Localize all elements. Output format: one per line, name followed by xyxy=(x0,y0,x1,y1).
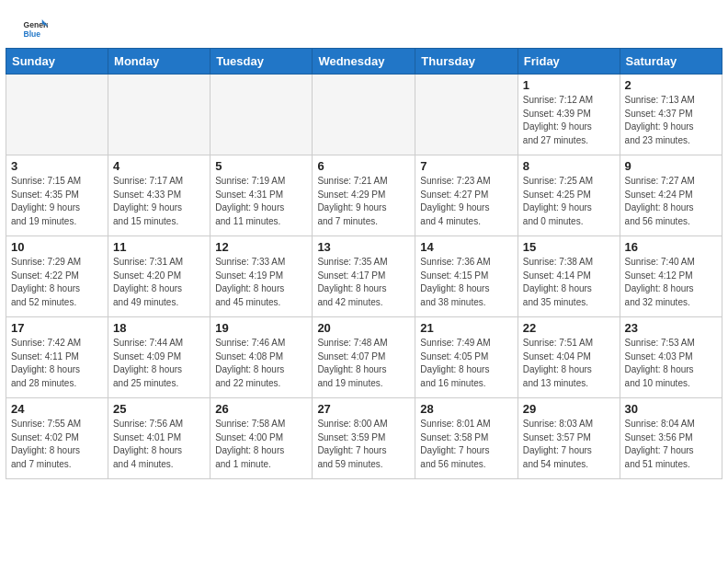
day-info: Sunrise: 7:48 AM Sunset: 4:07 PM Dayligh… xyxy=(317,337,410,390)
calendar-cell: 12Sunrise: 7:33 AM Sunset: 4:19 PM Dayli… xyxy=(210,236,313,317)
day-number: 15 xyxy=(523,240,615,254)
day-info: Sunrise: 7:55 AM Sunset: 4:02 PM Dayligh… xyxy=(11,418,103,471)
day-number: 20 xyxy=(317,321,410,335)
weekday-header-tuesday: Tuesday xyxy=(210,49,313,75)
calendar-cell: 4Sunrise: 7:17 AM Sunset: 4:33 PM Daylig… xyxy=(108,155,210,236)
day-info: Sunrise: 8:04 AM Sunset: 3:56 PM Dayligh… xyxy=(625,418,717,471)
calendar-cell: 25Sunrise: 7:56 AM Sunset: 4:01 PM Dayli… xyxy=(108,398,210,479)
calendar-cell: 20Sunrise: 7:48 AM Sunset: 4:07 PM Dayli… xyxy=(313,317,415,398)
day-info: Sunrise: 7:40 AM Sunset: 4:12 PM Dayligh… xyxy=(625,256,717,309)
day-info: Sunrise: 7:44 AM Sunset: 4:09 PM Dayligh… xyxy=(113,337,205,390)
day-number: 28 xyxy=(420,402,512,416)
calendar-cell: 3Sunrise: 7:15 AM Sunset: 4:35 PM Daylig… xyxy=(6,155,108,236)
calendar-cell: 2Sunrise: 7:13 AM Sunset: 4:37 PM Daylig… xyxy=(620,75,722,155)
day-number: 10 xyxy=(11,240,103,254)
logo-icon: General Blue xyxy=(22,17,48,42)
svg-text:Blue: Blue xyxy=(24,29,41,39)
weekday-header-thursday: Thursday xyxy=(415,49,518,75)
day-info: Sunrise: 7:51 AM Sunset: 4:04 PM Dayligh… xyxy=(523,337,615,390)
weekday-header-saturday: Saturday xyxy=(620,49,722,75)
day-info: Sunrise: 7:38 AM Sunset: 4:14 PM Dayligh… xyxy=(523,256,615,309)
day-info: Sunrise: 8:01 AM Sunset: 3:58 PM Dayligh… xyxy=(420,418,512,471)
calendar-cell: 16Sunrise: 7:40 AM Sunset: 4:12 PM Dayli… xyxy=(620,236,722,317)
calendar-cell: 24Sunrise: 7:55 AM Sunset: 4:02 PM Dayli… xyxy=(6,398,108,479)
day-number: 5 xyxy=(215,159,307,173)
calendar-table: SundayMondayTuesdayWednesdayThursdayFrid… xyxy=(6,48,722,479)
day-info: Sunrise: 7:46 AM Sunset: 4:08 PM Dayligh… xyxy=(215,337,307,390)
day-number: 25 xyxy=(113,402,205,416)
day-number: 27 xyxy=(317,402,410,416)
week-row-1: 3Sunrise: 7:15 AM Sunset: 4:35 PM Daylig… xyxy=(6,155,722,236)
day-info: Sunrise: 7:36 AM Sunset: 4:15 PM Dayligh… xyxy=(420,256,512,309)
day-number: 9 xyxy=(625,159,717,173)
logo: General Blue xyxy=(22,17,51,42)
calendar-cell: 19Sunrise: 7:46 AM Sunset: 4:08 PM Dayli… xyxy=(210,317,313,398)
calendar-cell: 6Sunrise: 7:21 AM Sunset: 4:29 PM Daylig… xyxy=(313,155,415,236)
calendar-cell: 27Sunrise: 8:00 AM Sunset: 3:59 PM Dayli… xyxy=(313,398,415,479)
calendar-cell: 23Sunrise: 7:53 AM Sunset: 4:03 PM Dayli… xyxy=(620,317,722,398)
calendar-cell: 18Sunrise: 7:44 AM Sunset: 4:09 PM Dayli… xyxy=(108,317,210,398)
day-number: 4 xyxy=(113,159,205,173)
day-number: 18 xyxy=(113,321,205,335)
calendar-cell: 14Sunrise: 7:36 AM Sunset: 4:15 PM Dayli… xyxy=(415,236,518,317)
calendar-cell: 9Sunrise: 7:27 AM Sunset: 4:24 PM Daylig… xyxy=(620,155,722,236)
day-info: Sunrise: 7:17 AM Sunset: 4:33 PM Dayligh… xyxy=(113,175,205,228)
calendar-cell: 13Sunrise: 7:35 AM Sunset: 4:17 PM Dayli… xyxy=(313,236,415,317)
week-row-4: 24Sunrise: 7:55 AM Sunset: 4:02 PM Dayli… xyxy=(6,398,722,479)
day-number: 1 xyxy=(523,78,615,92)
day-info: Sunrise: 7:19 AM Sunset: 4:31 PM Dayligh… xyxy=(215,175,307,228)
weekday-header-monday: Monday xyxy=(108,49,210,75)
calendar-cell: 5Sunrise: 7:19 AM Sunset: 4:31 PM Daylig… xyxy=(210,155,313,236)
day-number: 6 xyxy=(317,159,410,173)
day-info: Sunrise: 7:27 AM Sunset: 4:24 PM Dayligh… xyxy=(625,175,717,228)
day-number: 11 xyxy=(113,240,205,254)
calendar-cell: 8Sunrise: 7:25 AM Sunset: 4:25 PM Daylig… xyxy=(518,155,620,236)
weekday-header-sunday: Sunday xyxy=(6,49,108,75)
weekday-header-row: SundayMondayTuesdayWednesdayThursdayFrid… xyxy=(6,49,722,75)
day-info: Sunrise: 7:56 AM Sunset: 4:01 PM Dayligh… xyxy=(113,418,205,471)
weekday-header-wednesday: Wednesday xyxy=(313,49,415,75)
day-info: Sunrise: 7:42 AM Sunset: 4:11 PM Dayligh… xyxy=(11,337,103,390)
day-number: 8 xyxy=(523,159,615,173)
calendar-cell: 21Sunrise: 7:49 AM Sunset: 4:05 PM Dayli… xyxy=(415,317,518,398)
calendar-wrapper: SundayMondayTuesdayWednesdayThursdayFrid… xyxy=(0,48,728,485)
day-info: Sunrise: 7:35 AM Sunset: 4:17 PM Dayligh… xyxy=(317,256,410,309)
day-number: 14 xyxy=(420,240,512,254)
day-number: 30 xyxy=(625,402,717,416)
calendar-cell xyxy=(313,75,415,155)
day-number: 3 xyxy=(11,159,103,173)
day-info: Sunrise: 7:49 AM Sunset: 4:05 PM Dayligh… xyxy=(420,337,512,390)
day-info: Sunrise: 8:03 AM Sunset: 3:57 PM Dayligh… xyxy=(523,418,615,471)
calendar-cell xyxy=(415,75,518,155)
calendar-cell: 17Sunrise: 7:42 AM Sunset: 4:11 PM Dayli… xyxy=(6,317,108,398)
day-number: 2 xyxy=(625,78,717,92)
day-info: Sunrise: 8:00 AM Sunset: 3:59 PM Dayligh… xyxy=(317,418,410,471)
calendar-cell: 7Sunrise: 7:23 AM Sunset: 4:27 PM Daylig… xyxy=(415,155,518,236)
day-info: Sunrise: 7:13 AM Sunset: 4:37 PM Dayligh… xyxy=(625,94,717,147)
day-number: 21 xyxy=(420,321,512,335)
week-row-3: 17Sunrise: 7:42 AM Sunset: 4:11 PM Dayli… xyxy=(6,317,722,398)
calendar-cell: 15Sunrise: 7:38 AM Sunset: 4:14 PM Dayli… xyxy=(518,236,620,317)
day-info: Sunrise: 7:58 AM Sunset: 4:00 PM Dayligh… xyxy=(215,418,307,471)
day-info: Sunrise: 7:12 AM Sunset: 4:39 PM Dayligh… xyxy=(523,94,615,147)
calendar-cell: 11Sunrise: 7:31 AM Sunset: 4:20 PM Dayli… xyxy=(108,236,210,317)
day-info: Sunrise: 7:25 AM Sunset: 4:25 PM Dayligh… xyxy=(523,175,615,228)
day-info: Sunrise: 7:23 AM Sunset: 4:27 PM Dayligh… xyxy=(420,175,512,228)
day-info: Sunrise: 7:21 AM Sunset: 4:29 PM Dayligh… xyxy=(317,175,410,228)
calendar-cell: 28Sunrise: 8:01 AM Sunset: 3:58 PM Dayli… xyxy=(415,398,518,479)
day-number: 19 xyxy=(215,321,307,335)
day-number: 24 xyxy=(11,402,103,416)
calendar-cell: 29Sunrise: 8:03 AM Sunset: 3:57 PM Dayli… xyxy=(518,398,620,479)
calendar-cell xyxy=(210,75,313,155)
day-number: 12 xyxy=(215,240,307,254)
day-number: 26 xyxy=(215,402,307,416)
day-info: Sunrise: 7:33 AM Sunset: 4:19 PM Dayligh… xyxy=(215,256,307,309)
day-number: 29 xyxy=(523,402,615,416)
weekday-header-friday: Friday xyxy=(518,49,620,75)
calendar-cell xyxy=(108,75,210,155)
calendar-cell: 1Sunrise: 7:12 AM Sunset: 4:39 PM Daylig… xyxy=(518,75,620,155)
week-row-0: 1Sunrise: 7:12 AM Sunset: 4:39 PM Daylig… xyxy=(6,75,722,155)
day-number: 16 xyxy=(625,240,717,254)
week-row-2: 10Sunrise: 7:29 AM Sunset: 4:22 PM Dayli… xyxy=(6,236,722,317)
calendar-cell: 30Sunrise: 8:04 AM Sunset: 3:56 PM Dayli… xyxy=(620,398,722,479)
